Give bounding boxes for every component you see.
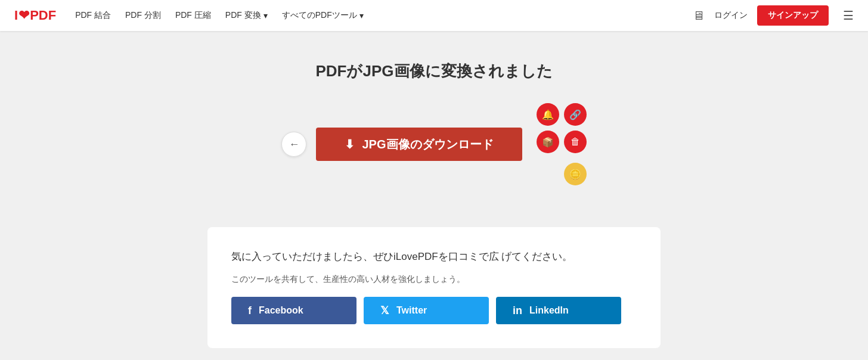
action-icons-grid: 🔔 🔗 📦 🗑: [537, 103, 587, 153]
share-subtitle: このツールを共有して、生産性の高い人材を強化しましょう。: [231, 274, 637, 285]
monitor-icon[interactable]: 🖥: [693, 9, 705, 23]
nav-pdf-split[interactable]: PDF 分割: [125, 10, 161, 21]
main-content: PDFがJPG画像に変換されました ← ⬇ JPG画像のダウンロード 🔔 🔗 📦: [0, 31, 868, 360]
dropbox-icon: 📦: [542, 136, 554, 148]
nav-links: PDF 結合 PDF 分割 PDF 圧縮 PDF 変換 ▾ すべてのPDFツール…: [75, 10, 693, 21]
signup-button[interactable]: サインアップ: [757, 5, 829, 26]
twitter-label: Twitter: [396, 305, 427, 316]
download-label: JPG画像のダウンロード: [362, 136, 493, 153]
share-card: 気に入っていただけましたら、ぜひiLovePDFを口コミで広 げてください。 こ…: [207, 227, 661, 348]
facebook-label: Facebook: [259, 305, 303, 316]
coin-row: 🪙: [532, 158, 587, 185]
twitter-share-button[interactable]: 𝕏 Twitter: [364, 297, 489, 324]
link-icon: 🔗: [569, 109, 581, 120]
facebook-icon: f: [248, 305, 252, 317]
facebook-share-button[interactable]: f Facebook: [231, 297, 356, 324]
delete-button[interactable]: 🗑: [564, 131, 587, 153]
linkedin-icon: in: [513, 305, 522, 317]
download-area: ← ⬇ JPG画像のダウンロード 🔔 🔗 📦 🗑: [281, 103, 586, 185]
logo-heart: ❤: [18, 8, 29, 23]
nav-pdf-combine[interactable]: PDF 結合: [75, 10, 111, 21]
share-title: 気に入っていただけましたら、ぜひiLovePDFを口コミで広 げてください。: [231, 249, 637, 265]
login-button[interactable]: ログイン: [714, 10, 748, 21]
download-button[interactable]: ⬇ JPG画像のダウンロード: [316, 128, 522, 161]
hamburger-menu-icon[interactable]: ☰: [843, 8, 854, 23]
dropbox-button[interactable]: 📦: [537, 131, 559, 153]
nav-pdf-convert[interactable]: PDF 変換 ▾: [225, 10, 268, 21]
twitter-icon: 𝕏: [380, 304, 389, 317]
nav-pdf-compress[interactable]: PDF 圧縮: [175, 10, 211, 21]
convert-dropdown-icon: ▾: [264, 11, 268, 20]
coin-symbol: 🪙: [569, 169, 581, 180]
linkedin-label: LinkedIn: [529, 305, 569, 316]
social-buttons: f Facebook 𝕏 Twitter in LinkedIn: [231, 297, 637, 324]
back-arrow-icon: ←: [289, 138, 299, 151]
header: I❤PDF PDF 結合 PDF 分割 PDF 圧縮 PDF 変換 ▾ すべての…: [0, 0, 868, 31]
notification-button[interactable]: 🔔: [537, 103, 559, 126]
logo[interactable]: I❤PDF: [14, 8, 56, 23]
bell-icon: 🔔: [542, 109, 554, 120]
page-title: PDFがJPG画像に変換されました: [315, 61, 552, 82]
linkedin-share-button[interactable]: in LinkedIn: [496, 297, 621, 324]
back-button[interactable]: ←: [281, 132, 306, 157]
link-button[interactable]: 🔗: [564, 103, 587, 126]
coin-icon[interactable]: 🪙: [564, 163, 587, 185]
trash-icon: 🗑: [571, 136, 580, 147]
header-right: 🖥 ログイン サインアップ ☰: [693, 5, 854, 26]
nav-all-tools[interactable]: すべてのPDFツール ▾: [282, 10, 364, 21]
download-icon: ⬇: [345, 137, 355, 151]
all-tools-dropdown-icon: ▾: [359, 11, 364, 20]
action-icons-area: 🔔 🔗 📦 🗑 🪙: [532, 103, 587, 185]
